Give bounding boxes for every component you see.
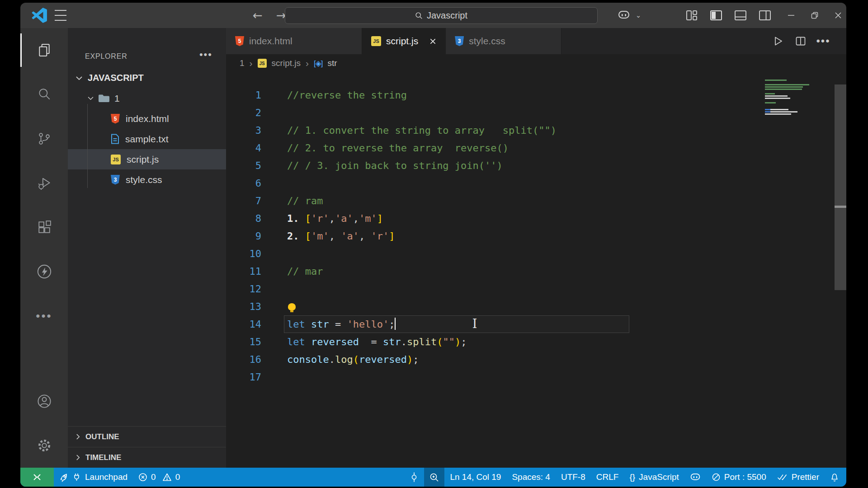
breadcrumb-symbol[interactable]: str (328, 58, 337, 68)
explorer-actions-icon[interactable]: ••• (199, 49, 212, 61)
split-editor-icon[interactable] (791, 36, 810, 47)
file-row-index-html[interactable]: 5 index.html (68, 108, 226, 129)
launchpad-status[interactable]: Launchpad (54, 468, 133, 487)
zoom-status[interactable] (424, 468, 444, 487)
minimize-button[interactable] (783, 9, 799, 22)
title-bar: ← → Javascript ⌄ (20, 3, 846, 28)
code-line-10[interactable]: 10 (226, 245, 846, 263)
copilot-icon[interactable] (616, 9, 632, 22)
tab-style-css[interactable]: 3 style.css (446, 28, 561, 54)
code-line-2[interactable]: 2 (226, 104, 846, 122)
eol-status[interactable]: CRLF (591, 468, 624, 487)
formatter-label: Prettier (792, 472, 819, 482)
code-line-11[interactable]: 11// mar (226, 263, 846, 280)
line-content: console.log(reversed); (287, 354, 419, 365)
encoding-status[interactable]: UTF-8 (556, 468, 591, 487)
settings-gear-icon[interactable] (20, 423, 68, 468)
cursor-position-status[interactable]: Ln 14, Col 19 (444, 468, 506, 487)
formatter-status[interactable]: Prettier (772, 468, 825, 487)
notifications-bell-icon[interactable] (825, 468, 846, 487)
line-number: 10 (226, 245, 261, 263)
extensions-icon[interactable] (20, 205, 68, 249)
rocket-icon (59, 473, 69, 482)
file-row-style-css[interactable]: 3 style.css (68, 169, 226, 190)
run-debug-icon[interactable] (20, 161, 68, 205)
code-line-8[interactable]: 81. ['r','a','m'] (226, 210, 846, 227)
lightbulb-icon[interactable] (288, 303, 296, 310)
workspace-root[interactable]: JAVASCRIPT (68, 68, 226, 88)
code-line-5[interactable]: 5// / 3. join back to string join('') (226, 157, 846, 174)
workspace-label: JAVASCRIPT (88, 73, 144, 83)
folder-row[interactable]: 1 (68, 88, 226, 108)
search-sidebar-icon[interactable] (20, 72, 68, 117)
command-center-search[interactable]: Javascript (285, 7, 598, 24)
code-line-4[interactable]: 4// 2. to reverse the array reverse() (226, 139, 846, 157)
code-line-16[interactable]: 16console.log(reversed); (226, 351, 846, 368)
file-label: style.css (126, 174, 162, 185)
toggle-secondary-sidebar-icon[interactable] (757, 9, 773, 22)
line-content: // mar (287, 266, 323, 277)
live-server-port-status[interactable]: Port : 5500 (706, 468, 772, 487)
outline-section[interactable]: OUTLINE (68, 426, 226, 447)
screencast-target-icon[interactable] (404, 468, 424, 487)
language-mode-status[interactable]: {} JavaScript (624, 468, 684, 487)
close-tab-icon[interactable] (429, 38, 436, 45)
line-number: 5 (226, 157, 261, 174)
code-line-6[interactable]: 6 (226, 174, 846, 192)
code-line-13[interactable]: 13 (226, 298, 846, 315)
search-icon (415, 12, 423, 19)
more-actions-icon[interactable]: ••• (814, 35, 833, 47)
vscode-window: ← → Javascript ⌄ (20, 3, 846, 487)
run-file-icon[interactable] (769, 36, 788, 47)
code-line-9[interactable]: 92. ['m', 'a', 'r'] (226, 227, 846, 245)
tab-script-js[interactable]: JS script.js (362, 28, 446, 54)
code-line-1[interactable]: 1//reverse the string (226, 86, 846, 104)
file-label: index.html (126, 113, 169, 124)
hamburger-menu-icon[interactable] (55, 10, 66, 21)
copilot-status[interactable] (684, 468, 706, 487)
code-line-12[interactable]: 12 (226, 280, 846, 298)
encoding-label: UTF-8 (561, 472, 585, 482)
line-number: 11 (226, 263, 261, 280)
account-icon[interactable] (20, 379, 68, 423)
file-row-sample-txt[interactable]: sample.txt (68, 129, 226, 149)
problems-status[interactable]: 0 0 (133, 468, 185, 487)
line-number: 3 (226, 122, 261, 139)
chevron-down-icon[interactable]: ⌄ (634, 11, 642, 20)
explorer-icon[interactable] (20, 28, 68, 72)
breadcrumb-folder[interactable]: 1 (240, 58, 245, 68)
code-line-14[interactable]: 14let str = 'hello'; (226, 315, 846, 333)
tab-index-html[interactable]: 5 index.html (226, 28, 362, 54)
restore-button[interactable] (807, 9, 822, 22)
back-button[interactable]: ← (250, 8, 265, 23)
tab-label: index.html (249, 36, 292, 47)
code-line-15[interactable]: 15let reversed = str.split(""); (226, 333, 846, 351)
toggle-sidebar-icon[interactable] (708, 9, 724, 22)
toggle-panel-icon[interactable] (733, 9, 748, 22)
code-line-3[interactable]: 3// 1. convert the string to array split… (226, 122, 846, 139)
breadcrumb-separator: › (250, 58, 253, 69)
minimap[interactable] (765, 80, 810, 116)
status-bar-right: Ln 14, Col 19 Spaces: 4 UTF-8 CRLF {} Ja… (404, 468, 846, 487)
file-row-script-js[interactable]: JS script.js (68, 149, 226, 169)
explorer-title: EXPLORER (85, 52, 127, 61)
vscode-logo-icon (31, 7, 47, 23)
customize-layout-icon[interactable] (684, 9, 699, 22)
eol-label: CRLF (596, 472, 619, 482)
remote-indicator[interactable] (20, 468, 54, 487)
code-editor[interactable]: 1//reverse the string23// 1. convert the… (226, 72, 846, 468)
line-col-label: Ln 14, Col 19 (450, 472, 501, 482)
scrollbar-thumb[interactable] (835, 84, 846, 290)
line-number: 7 (226, 192, 261, 210)
code-line-17[interactable]: 17 (226, 368, 846, 386)
indentation-status[interactable]: Spaces: 4 (506, 468, 556, 487)
timeline-section[interactable]: TIMELINE (68, 447, 226, 468)
thunder-client-icon[interactable] (20, 249, 68, 294)
more-views-icon[interactable]: ••• (20, 294, 68, 338)
line-number: 14 (226, 315, 261, 333)
close-button[interactable] (830, 9, 846, 22)
source-control-icon[interactable] (20, 117, 68, 161)
search-text: Javascript (427, 10, 467, 21)
code-line-7[interactable]: 7// ram (226, 192, 846, 210)
breadcrumb-file[interactable]: script.js (272, 58, 301, 68)
